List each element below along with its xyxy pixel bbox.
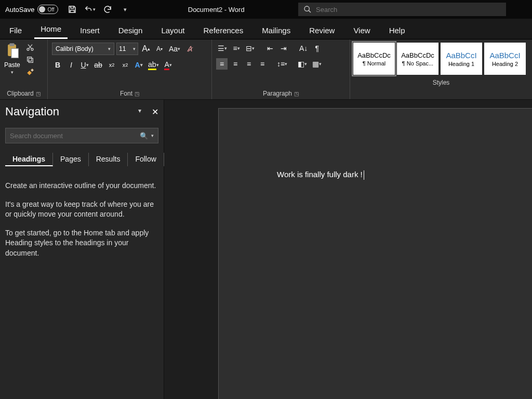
numbering-icon[interactable]: ≡▾ (231, 43, 242, 54)
align-center-icon[interactable]: ≡ (230, 58, 241, 70)
clipboard-launcher-icon[interactable]: ◳ (36, 91, 41, 97)
paste-label: Paste (4, 61, 20, 69)
document-title: Document2 - Word (134, 6, 298, 14)
subscript-button[interactable]: x2 (106, 59, 117, 71)
svg-rect-3 (11, 48, 19, 58)
nav-tab-follow[interactable]: Follow (128, 153, 164, 166)
superscript-button[interactable]: x2 (119, 59, 131, 71)
document-canvas[interactable]: Work is finally fully dark ! (164, 100, 532, 399)
font-group-label: Font (120, 90, 132, 97)
clipboard-icon (5, 43, 19, 60)
ribbon-tabs: File Home Insert Design Layout Reference… (0, 19, 532, 39)
styles-group-label: Styles (433, 79, 450, 86)
multilevel-list-icon[interactable]: ⊟▾ (244, 43, 256, 54)
strikethrough-button[interactable]: ab (92, 59, 104, 71)
search-input[interactable] (316, 6, 501, 14)
nav-help-text: Create an interactive outline of your do… (5, 181, 158, 259)
nav-tab-headings[interactable]: Headings (5, 153, 53, 166)
highlight-color-icon[interactable]: ab▾ (147, 59, 161, 71)
nav-search[interactable]: 🔍 ▾ (5, 128, 158, 143)
style-normal[interactable]: AaBbCcDc ¶ Normal (353, 43, 395, 75)
tab-review[interactable]: Review (303, 22, 341, 39)
tab-help[interactable]: Help (383, 22, 411, 39)
paragraph-group-label: Paragraph (263, 90, 292, 97)
underline-button[interactable]: U▾ (79, 59, 90, 71)
grow-font-icon[interactable]: A▴ (140, 43, 152, 55)
tab-view[interactable]: View (347, 22, 376, 39)
redo-icon[interactable] (102, 4, 113, 15)
borders-icon[interactable]: ▦▾ (311, 58, 323, 70)
svg-point-0 (304, 6, 309, 11)
justify-icon[interactable]: ≡ (257, 58, 268, 70)
style-no-spacing[interactable]: AaBbCcDc ¶ No Spac... (397, 43, 438, 75)
toggle-icon: Off (37, 5, 58, 14)
font-launcher-icon[interactable]: ◳ (135, 91, 139, 97)
font-color-icon[interactable]: A▾ (163, 59, 174, 71)
copy-icon[interactable] (25, 55, 35, 64)
sort-icon[interactable]: A↓ (298, 43, 309, 54)
save-icon[interactable] (66, 4, 78, 15)
nav-tab-results[interactable]: Results (89, 153, 128, 166)
align-left-icon[interactable]: ≡ (216, 58, 228, 70)
style-heading-2[interactable]: AaBbCcI Heading 2 (484, 43, 526, 75)
shading-icon[interactable]: ◧▾ (296, 58, 309, 70)
font-size-combo[interactable]: 11▾ (116, 43, 138, 55)
svg-rect-6 (29, 58, 33, 62)
close-icon[interactable]: ✕ (152, 107, 158, 117)
format-painter-icon[interactable] (25, 68, 35, 77)
decrease-indent-icon[interactable]: ⇤ (264, 43, 276, 54)
svg-rect-7 (27, 57, 31, 61)
paste-button[interactable]: Paste ▾ (4, 43, 20, 75)
svg-rect-2 (10, 43, 15, 46)
show-marks-icon[interactable]: ¶ (311, 43, 323, 54)
tab-references[interactable]: References (197, 22, 249, 39)
paragraph-launcher-icon[interactable]: ◳ (294, 91, 299, 97)
search-icon (303, 5, 312, 14)
ribbon: Paste ▾ Clipboard◳ Calibri (Body)▾ 11 (0, 39, 532, 100)
nav-search-options-icon[interactable]: ▾ (151, 133, 154, 138)
nav-tab-pages[interactable]: Pages (53, 153, 89, 166)
cut-icon[interactable] (25, 43, 35, 52)
tab-file[interactable]: File (3, 22, 28, 39)
tab-insert[interactable]: Insert (74, 22, 106, 39)
page[interactable]: Work is finally fully dark ! (218, 108, 532, 399)
bold-button[interactable]: B (52, 59, 63, 71)
change-case-icon[interactable]: Aa▾ (167, 43, 182, 55)
font-name-combo[interactable]: Calibri (Body)▾ (52, 43, 114, 55)
clipboard-group-label: Clipboard (7, 90, 33, 97)
tab-design[interactable]: Design (112, 22, 149, 39)
navigation-title: Navigation (5, 105, 59, 118)
customize-qat-icon[interactable]: ▾ (119, 4, 131, 15)
text-effects-icon[interactable]: A▾ (133, 59, 144, 71)
tell-me-search[interactable] (298, 3, 506, 16)
document-body-text[interactable]: Work is finally fully dark ! (277, 170, 364, 180)
search-icon[interactable]: 🔍 (140, 132, 148, 140)
tab-home[interactable]: Home (34, 20, 68, 39)
italic-button[interactable]: I (65, 59, 77, 71)
style-heading-1[interactable]: AaBbCcI Heading 1 (441, 43, 482, 75)
nav-search-input[interactable] (10, 132, 137, 140)
tab-mailings[interactable]: Mailings (256, 22, 297, 39)
bullets-icon[interactable]: ☰▾ (216, 43, 229, 54)
align-right-icon[interactable]: ≡ (243, 58, 255, 70)
autosave-toggle[interactable]: AutoSave Off (0, 5, 63, 14)
increase-indent-icon[interactable]: ⇥ (278, 43, 289, 54)
navigation-pane: Navigation ▾ ✕ 🔍 ▾ Headings Pages Result… (0, 100, 164, 399)
nav-options-icon[interactable]: ▾ (138, 107, 141, 117)
line-spacing-icon[interactable]: ↕≡▾ (275, 58, 289, 70)
text-cursor-icon (364, 170, 364, 180)
titlebar: AutoSave Off ▾ ▾ Document2 - Word (0, 0, 532, 19)
shrink-font-icon[interactable]: A▾ (154, 43, 165, 55)
styles-gallery[interactable]: AaBbCcDc ¶ Normal AaBbCcDc ¶ No Spac... … (350, 39, 532, 78)
nav-tabs: Headings Pages Results Follow › (5, 153, 158, 166)
clear-formatting-icon[interactable]: A̷ (184, 43, 195, 55)
autosave-label: AutoSave (5, 6, 34, 14)
tab-layout[interactable]: Layout (155, 22, 191, 39)
undo-icon[interactable]: ▾ (84, 4, 96, 15)
